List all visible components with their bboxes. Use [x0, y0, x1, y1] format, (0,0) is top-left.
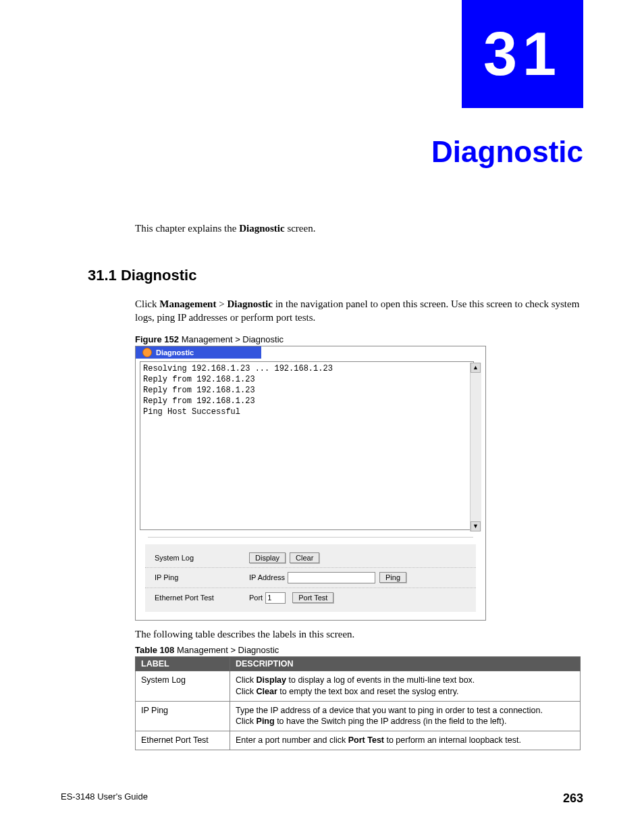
scroll-down-icon[interactable]: ▼	[471, 521, 481, 531]
port-label: Port	[249, 594, 263, 602]
table-cell-description: Enter a port number and click Port Test …	[230, 731, 581, 750]
scrollbar[interactable]: ▲ ▼	[470, 363, 481, 531]
table-row: System Log Click Display to display a lo…	[136, 671, 581, 701]
table-caption: Table 108 Management > Diagnostic	[135, 645, 583, 655]
ip-ping-row: IP Ping IP Address Ping	[145, 568, 476, 588]
panel-title: Diagnostic	[156, 348, 194, 357]
table-row: Ethernet Port Test Enter a port number a…	[136, 731, 581, 750]
table-cell-label: IP Ping	[136, 701, 230, 731]
system-log-row: System Log Display Clear	[145, 548, 476, 568]
chapter-number-box: 31	[462, 0, 583, 108]
text: Click	[135, 298, 159, 309]
port-input[interactable]	[265, 592, 286, 604]
table-header-description: DESCRIPTION	[230, 656, 581, 671]
footer-page-number: 263	[563, 791, 583, 806]
text-bold: Management	[159, 298, 216, 309]
ip-ping-label: IP Ping	[155, 573, 249, 581]
footer-guide-name: ES-3148 User's Guide	[61, 791, 148, 806]
port-test-button[interactable]: Port Test	[292, 592, 333, 603]
ethernet-port-test-row: Ethernet Port Test Port Port Test	[145, 588, 476, 608]
text-bold: Diagnostic	[239, 223, 285, 234]
panel-icon	[142, 348, 152, 357]
ethernet-port-test-label: Ethernet Port Test	[155, 594, 249, 602]
divider	[148, 537, 473, 538]
table-cell-description: Type the IP address of a device that you…	[230, 701, 581, 731]
text-bold: Diagnostic	[227, 298, 273, 309]
chapter-title: Diagnostic	[431, 135, 583, 169]
ping-button[interactable]: Ping	[379, 572, 406, 583]
table-cell-description: Click Display to display a log of events…	[230, 671, 581, 701]
log-textarea[interactable]: Resolving 192.168.1.23 ... 192.168.1.23 …	[140, 361, 474, 530]
table-row: IP Ping Type the IP address of a device …	[136, 701, 581, 731]
figure-panel-header: Diagnostic	[136, 346, 485, 360]
table-caption-text: Management > Diagnostic	[174, 645, 279, 655]
table-header-row: LABEL DESCRIPTION	[136, 656, 581, 671]
chapter-number: 31	[483, 20, 562, 89]
table-cell-label: Ethernet Port Test	[136, 731, 230, 750]
figure-label: Figure 152	[135, 334, 179, 344]
scroll-up-icon[interactable]: ▲	[471, 363, 481, 373]
ip-address-input[interactable]	[288, 572, 375, 583]
table-cell-label: System Log	[136, 671, 230, 701]
text: screen.	[285, 223, 316, 234]
clear-button[interactable]: Clear	[290, 552, 319, 563]
section-paragraph: Click Management > Diagnostic in the nav…	[135, 297, 583, 325]
controls-panel: System Log Display Clear IP Ping IP Addr…	[145, 544, 476, 612]
intro-paragraph: This chapter explains the Diagnostic scr…	[135, 223, 583, 234]
text: >	[216, 298, 227, 309]
ip-address-label: IP Address	[249, 573, 285, 581]
text: This chapter explains the	[135, 223, 239, 234]
page-footer: ES-3148 User's Guide 263	[61, 791, 583, 806]
section-heading: 31.1 Diagnostic	[88, 267, 196, 284]
table-label: Table 108	[135, 645, 174, 655]
figure-screenshot: Diagnostic Resolving 192.168.1.23 ... 19…	[135, 346, 486, 621]
after-figure-paragraph: The following table describes the labels…	[135, 627, 583, 641]
figure-caption: Figure 152 Management > Diagnostic	[135, 334, 583, 344]
display-button[interactable]: Display	[249, 552, 286, 563]
figure-caption-text: Management > Diagnostic	[179, 334, 284, 344]
table-header-label: LABEL	[136, 656, 230, 671]
system-log-label: System Log	[155, 554, 249, 562]
description-table: LABEL DESCRIPTION System Log Click Displ…	[135, 656, 581, 750]
